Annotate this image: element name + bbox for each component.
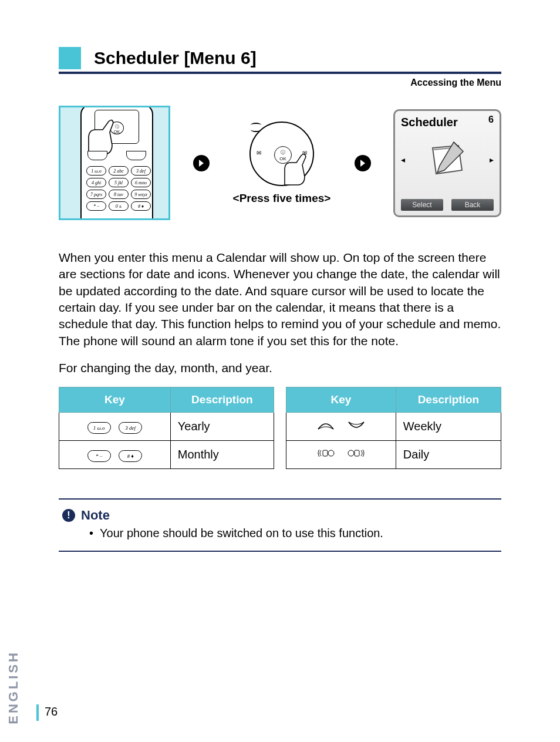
svg-point-1 <box>328 450 334 456</box>
softkey-up-right-icon <box>346 420 366 431</box>
page-number-marker <box>36 704 39 721</box>
navigation-pad-illustration: ✉ ✉ ⓘ OK <box>249 122 314 186</box>
softkey-up-left-icon <box>316 420 336 431</box>
svg-rect-3 <box>355 450 359 456</box>
table-row: Weekly <box>286 413 501 441</box>
svg-rect-0 <box>323 450 328 456</box>
key-8: 8 tuv <box>109 190 129 199</box>
scheduler-screen-mock: Scheduler 6 ◂ ▸ Select <box>393 109 501 217</box>
select-softkey: Select <box>401 199 443 211</box>
scheduler-title: Scheduler <box>401 116 458 129</box>
table-header-key: Key <box>59 387 171 413</box>
title-underline <box>59 72 501 74</box>
note-label: Note <box>81 508 110 523</box>
key-table-right: Key Description Weekly <box>286 387 501 469</box>
table-header-desc: Description <box>170 387 274 413</box>
note-item: Your phone should be switched on to use … <box>89 527 498 540</box>
table-desc: Monthly <box>170 441 274 469</box>
phone-illustration: ⓘ OK 1 ω.ο 2 abc 3 def 4 ghi 5 jkl 6 mno… <box>59 106 170 220</box>
scheduler-notepad-icon <box>426 140 469 180</box>
table-desc: Weekly <box>396 413 501 441</box>
page-number: 76 <box>45 705 58 719</box>
language-tab: ENGLISH <box>6 650 21 724</box>
left-softkey-icon <box>87 151 107 160</box>
key-1: 1 ω.ο <box>86 166 106 176</box>
key-6: 6 mno <box>131 178 151 187</box>
figure-row: ⓘ OK 1 ω.ο 2 abc 3 def 4 ghi 5 jkl 6 mno… <box>59 106 501 220</box>
table-row: * ·· # ♦ Monthly <box>59 441 274 469</box>
scheduler-menu-number: 6 <box>488 114 494 125</box>
table-desc: Daily <box>396 441 501 469</box>
table-header-key: Key <box>286 387 396 413</box>
key-0: 0 ± <box>109 201 129 211</box>
body-paragraph: For changing the day, month, and year. <box>59 360 501 376</box>
body-paragraph: When you enter this menu a Calendar will… <box>59 249 501 349</box>
key-7: 7 pqrs <box>86 190 106 199</box>
key-3-icon: 3 def <box>119 422 142 434</box>
right-softkey-icon <box>126 151 146 160</box>
press-caption: <Press five times> <box>233 192 331 205</box>
nav-right-press-icon <box>346 448 366 458</box>
table-header-desc: Description <box>396 387 501 413</box>
nav-left-icon: ✉ <box>257 150 261 156</box>
key-star: * ·· <box>86 201 106 211</box>
key-4: 4 ghi <box>86 178 106 187</box>
key-5: 5 jkl <box>109 178 129 187</box>
table-desc: Yearly <box>170 413 274 441</box>
arrow-right-icon <box>355 155 371 171</box>
note-box: ! Note Your phone should be switched on … <box>59 498 501 552</box>
nav-right-arrow-icon: ▸ <box>490 155 494 164</box>
key-star-icon: * ·· <box>87 450 111 462</box>
section-marker <box>59 47 81 69</box>
key-9: 9 wxyz <box>131 190 151 199</box>
key-1-icon: 1 ω.ο <box>87 422 111 434</box>
table-row: 1 ω.ο 3 def Yearly <box>59 413 274 441</box>
breadcrumb: Accessing the Menu <box>59 77 501 88</box>
key-2: 2 abc <box>109 166 129 176</box>
arrow-right-icon <box>193 155 210 171</box>
pointing-hand-icon <box>281 153 311 186</box>
info-icon: ! <box>62 509 75 522</box>
key-table-left: Key Description 1 ω.ο 3 def Yearly * ·· … <box>59 387 274 469</box>
page-title: Scheduler [Menu 6] <box>94 48 257 68</box>
back-softkey: Back <box>451 199 494 211</box>
key-hash-icon: # ♦ <box>119 450 142 462</box>
key-3: 3 def <box>131 166 151 176</box>
nav-left-arrow-icon: ◂ <box>401 155 405 164</box>
phone-keypad: 1 ω.ο 2 abc 3 def 4 ghi 5 jkl 6 mno 7 pq… <box>86 166 151 211</box>
key-hash: # ♦ <box>131 201 151 211</box>
table-row: Daily <box>286 441 501 469</box>
nav-left-press-icon <box>316 448 336 458</box>
svg-point-2 <box>348 450 354 456</box>
